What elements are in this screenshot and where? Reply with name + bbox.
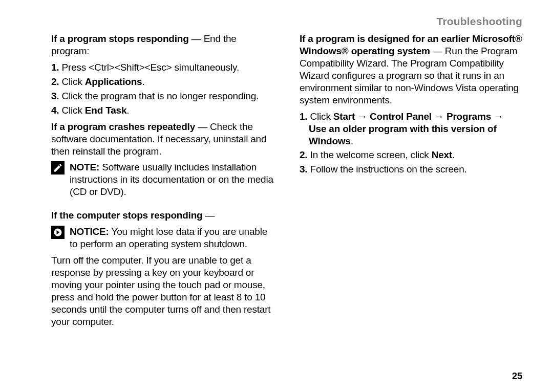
section-heading-r1: If a program is designed for an earlier … — [300, 33, 522, 106]
section-heading-3: If the computer stops responding — — [51, 209, 274, 222]
paragraph-last: Turn off the computer. If you are unable… — [51, 254, 274, 328]
step-text: Click — [62, 76, 85, 87]
page-number: 25 — [512, 371, 522, 382]
step-item: 3. Follow the instructions on the screen… — [300, 163, 522, 176]
heading-lead: If a program crashes repeatedly — [51, 121, 195, 132]
step-num: 3. — [51, 91, 59, 101]
step-num: 2. — [300, 149, 307, 160]
heading-lead: If the computer stops responding — [51, 210, 203, 221]
note-body: Software usually includes installation i… — [70, 162, 273, 197]
page: Troubleshooting If a program stops respo… — [0, 0, 553, 392]
arrow-circle-icon — [51, 226, 65, 239]
step-num: 1. — [300, 111, 307, 122]
step-text: Click — [62, 105, 85, 116]
right-column: If a program is designed for an earlier … — [300, 33, 522, 332]
step-num: 1. — [51, 62, 59, 73]
heading-dash: — — [189, 33, 204, 44]
step-bold: End Task — [85, 105, 126, 116]
pencil-icon — [51, 161, 65, 175]
step-post: . — [452, 149, 455, 160]
step-item: 3. Click the program that is no longer r… — [51, 90, 274, 102]
notice-block: NOTICE: You might lose data if you are u… — [51, 226, 274, 250]
step-num: 2. — [51, 76, 59, 87]
heading-dash: — — [203, 210, 215, 221]
step-bold: Next — [432, 149, 452, 160]
section-heading-2: If a program crashes repeatedly — Check … — [51, 121, 274, 158]
note-block: NOTE: Software usually includes installa… — [51, 161, 274, 198]
step-num: 3. — [300, 164, 307, 175]
step-bold: Start → Control Panel → Programs → Use a… — [309, 111, 503, 146]
step-item: 2. Click Applications. — [51, 76, 274, 88]
step-item: 4. Click End Task. — [51, 104, 274, 117]
step-text: In the welcome screen, click — [310, 149, 432, 160]
heading-dash: — — [430, 46, 445, 56]
notice-text: NOTICE: You might lose data if you are u… — [70, 226, 274, 250]
step-post: . — [126, 105, 129, 116]
step-text: Click — [310, 111, 333, 122]
step-item: 2. In the welcome screen, click Next. — [300, 149, 522, 161]
note-label: NOTE: — [70, 162, 99, 172]
step-post: . — [142, 76, 144, 87]
step-text: Press <Ctrl><Shift><Esc> simultaneously. — [62, 62, 239, 73]
header-title: Troubleshooting — [51, 15, 522, 28]
step-text: Follow the instructions on the screen. — [310, 164, 467, 175]
step-post: . — [351, 136, 353, 146]
step-bold: Applications — [85, 76, 142, 87]
heading-dash: — — [195, 121, 210, 132]
content-columns: If a program stops responding — End the … — [51, 33, 522, 332]
step-text: Click the program that is no longer resp… — [62, 91, 259, 101]
section-heading-1: If a program stops responding — End the … — [51, 33, 274, 57]
notice-label: NOTICE: — [70, 226, 109, 237]
heading-lead: If a program stops responding — [51, 33, 189, 44]
step-item: 1. Click Start → Control Panel → Program… — [300, 111, 522, 147]
left-column: If a program stops responding — End the … — [51, 33, 274, 332]
step-num: 4. — [51, 105, 59, 116]
step-item: 1. Press <Ctrl><Shift><Esc> simultaneous… — [51, 61, 274, 74]
steps-list-1: 1. Press <Ctrl><Shift><Esc> simultaneous… — [51, 61, 274, 117]
note-text: NOTE: Software usually includes installa… — [70, 161, 274, 198]
steps-list-r: 1. Click Start → Control Panel → Program… — [300, 111, 522, 176]
